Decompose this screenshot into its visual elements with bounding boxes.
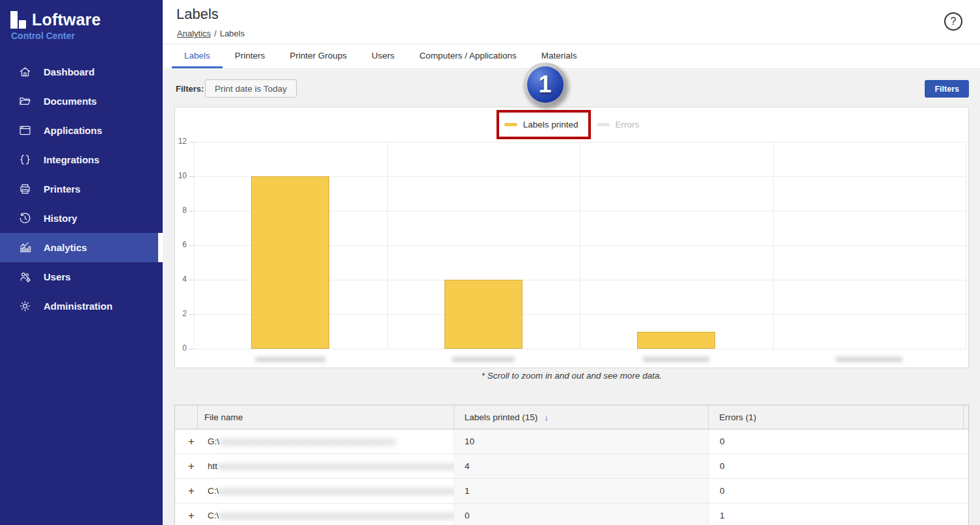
file-name-redacted: xxxxxxxxxxxxxxxxxxxxxxxxxxxxxxxxxxx bbox=[219, 437, 396, 446]
table-header-errors[interactable]: Errors (1) bbox=[708, 405, 963, 429]
expand-row-button[interactable]: + bbox=[185, 479, 197, 503]
tab-printer-groups[interactable]: Printer Groups bbox=[277, 44, 359, 68]
table-header-labels-printed[interactable]: Labels printed (15) ↓ bbox=[454, 405, 709, 429]
ytick-mark-10 bbox=[189, 176, 194, 177]
sidebar-item-users[interactable]: Users bbox=[0, 262, 163, 291]
file-name-redacted: xxxxxxxxxxxxxxxxxxxxxxxxxxxxxxxxxxxxxxxx… bbox=[219, 486, 454, 496]
category-label-0: xxxxxxxxxxxxxxxxxx bbox=[232, 355, 349, 364]
sidebar: Loftware Control Center DashboardDocumen… bbox=[0, 0, 163, 525]
ytick-label-6: 6 bbox=[175, 240, 187, 249]
loftware-logo-icon bbox=[10, 11, 27, 29]
file-name-cell: C:\xxxxxxxxxxxxxxxxxxxxxxxxxxxxxxxxxxxxx… bbox=[197, 504, 454, 525]
expand-cell: + bbox=[175, 504, 197, 525]
table-row-2: +C:\xxxxxxxxxxxxxxxxxxxxxxxxxxxxxxxxxxxx… bbox=[175, 479, 968, 504]
ytick-label-4: 4 bbox=[175, 275, 187, 284]
loftware-logo[interactable]: Loftware Control Center bbox=[0, 0, 163, 47]
main-area: Labels Analytics/Labels ? LabelsPrinters… bbox=[163, 0, 980, 525]
ytick-label-2: 2 bbox=[175, 309, 187, 318]
sidebar-item-analytics[interactable]: Analytics bbox=[0, 233, 163, 262]
tab-computers-applications[interactable]: Computers / Applications bbox=[407, 44, 528, 68]
table-row-0: +G:\xxxxxxxxxxxxxxxxxxxxxxxxxxxxxxxxxxx1… bbox=[175, 429, 968, 454]
labels-printed-cell: 4 bbox=[454, 454, 709, 478]
logo-subtitle: Control Center bbox=[11, 31, 163, 41]
legend-dash-yellow bbox=[504, 123, 517, 126]
bar-labels-printed-1[interactable] bbox=[444, 280, 523, 349]
breadcrumb-analytics-link[interactable]: Analytics bbox=[177, 29, 211, 38]
ytick-mark-8 bbox=[189, 211, 194, 211]
bar-labels-printed-2[interactable] bbox=[637, 332, 715, 349]
sidebar-item-label: Integrations bbox=[44, 154, 100, 165]
breadcrumb-current: Labels bbox=[220, 29, 245, 38]
category-label-2: xxxxxxxxxxxxxxxxx bbox=[618, 355, 735, 364]
sidebar-item-dashboard[interactable]: Dashboard bbox=[0, 57, 163, 87]
gridline-h-0 bbox=[194, 349, 966, 349]
gear-icon bbox=[18, 299, 32, 314]
file-name-cell: httxxxxxxxxxxxxxxxxxxxxxxxxxxxxxxxxxxxxx… bbox=[197, 454, 454, 478]
bar-chart-icon bbox=[18, 241, 32, 255]
tab-labels[interactable]: Labels bbox=[172, 44, 223, 68]
sidebar-item-label: Analytics bbox=[44, 242, 87, 253]
sidebar-item-integrations[interactable]: Integrations bbox=[0, 145, 163, 174]
legend-label: Labels printed bbox=[523, 120, 578, 129]
ytick-mark-0 bbox=[189, 349, 194, 349]
ytick-label-10: 10 bbox=[175, 171, 187, 180]
legend-item-errors[interactable]: Errors bbox=[597, 118, 640, 131]
app-window: Loftware Control Center DashboardDocumen… bbox=[0, 0, 980, 525]
page-title: Labels bbox=[176, 6, 219, 23]
chart-legend: Labels printed Errors bbox=[175, 118, 968, 131]
sidebar-item-administration[interactable]: Administration bbox=[0, 291, 163, 321]
tab-users[interactable]: Users bbox=[359, 44, 407, 68]
legend-item-labels-printed[interactable]: Labels printed bbox=[504, 118, 578, 131]
gridline-v-2 bbox=[580, 142, 580, 349]
sidebar-item-applications[interactable]: Applications bbox=[0, 116, 163, 145]
sidebar-item-label: Dashboard bbox=[44, 66, 94, 77]
ytick-label-12: 12 bbox=[175, 137, 187, 146]
tab-materials[interactable]: Materials bbox=[529, 44, 590, 68]
sidebar-item-documents[interactable]: Documents bbox=[0, 87, 163, 116]
content-area: Filters: Print date is Today Filters 024… bbox=[163, 70, 980, 525]
filters-button[interactable]: Filters bbox=[925, 80, 969, 98]
ytick-mark-6 bbox=[189, 245, 194, 246]
file-name-cell: G:\xxxxxxxxxxxxxxxxxxxxxxxxxxxxxxxxxxx bbox=[197, 429, 454, 453]
chart-scroll-note: * Scroll to zoom in and out and see more… bbox=[174, 371, 969, 381]
sidebar-item-printers[interactable]: Printers bbox=[0, 174, 163, 204]
sidebar-item-label: Applications bbox=[44, 125, 102, 136]
expand-row-button[interactable]: + bbox=[185, 504, 197, 525]
gridline-v-4 bbox=[966, 142, 966, 349]
file-name-redacted: xxxxxxxxxxxxxxxxxxxxxxxxxxxxxxxxxxxxxxxx… bbox=[217, 461, 454, 471]
sidebar-item-label: Administration bbox=[44, 301, 113, 312]
analytics-tabbar: LabelsPrintersPrinter GroupsUsersCompute… bbox=[163, 44, 980, 69]
filters-label: Filters: bbox=[176, 84, 204, 94]
breadcrumb-separator: / bbox=[214, 29, 217, 38]
sidebar-item-label: Documents bbox=[44, 96, 97, 107]
printer-icon bbox=[18, 182, 32, 196]
expand-row-button[interactable]: + bbox=[185, 454, 197, 478]
legend-label: Errors bbox=[616, 120, 640, 129]
braces-icon bbox=[18, 153, 32, 167]
labels-printed-cell: 0 bbox=[454, 504, 709, 525]
table-header-labels-printed-text: Labels printed (15) bbox=[465, 412, 538, 422]
ytick-label-0: 0 bbox=[175, 343, 187, 353]
filter-chip-print-date[interactable]: Print date is Today bbox=[205, 79, 297, 98]
expand-row-button[interactable]: + bbox=[185, 429, 197, 453]
category-label-3: xxxxxxxxxxxxxxxxx bbox=[811, 355, 928, 364]
errors-cell: 0 bbox=[709, 454, 964, 478]
page-header: Labels Analytics/Labels ? bbox=[163, 0, 980, 44]
table-header-file-name[interactable]: File name bbox=[197, 405, 454, 429]
errors-cell: 1 bbox=[709, 504, 964, 525]
category-label-1: xxxxxxxxxxxxxxxx bbox=[425, 355, 542, 364]
home-icon bbox=[18, 65, 32, 79]
sidebar-item-history[interactable]: History bbox=[0, 204, 163, 233]
file-name-prefix: C:\ bbox=[208, 511, 219, 520]
sort-desc-icon: ↓ bbox=[544, 412, 549, 422]
table-header-row: File name Labels printed (15) ↓ Errors (… bbox=[175, 405, 968, 429]
labels-printed-cell: 1 bbox=[454, 479, 709, 503]
help-icon[interactable]: ? bbox=[944, 12, 962, 31]
table-row-3: +C:\xxxxxxxxxxxxxxxxxxxxxxxxxxxxxxxxxxxx… bbox=[175, 504, 968, 525]
tab-printers[interactable]: Printers bbox=[223, 44, 278, 68]
ytick-label-8: 8 bbox=[175, 206, 187, 215]
ytick-mark-12 bbox=[189, 142, 194, 142]
logo-title: Loftware bbox=[32, 10, 163, 29]
bar-labels-printed-0[interactable] bbox=[251, 176, 329, 349]
sidebar-item-label: Printers bbox=[44, 183, 81, 195]
